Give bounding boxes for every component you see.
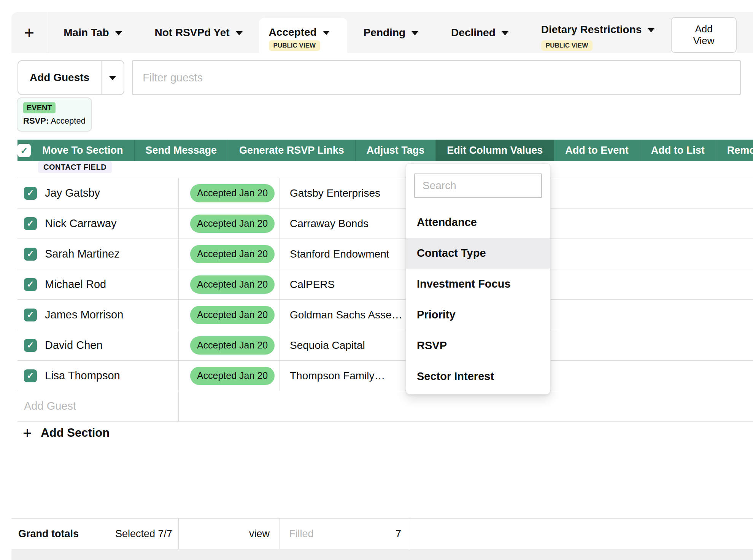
totals-company-cell[interactable]: Filled 7: [280, 519, 409, 549]
guest-rsvp-cell[interactable]: Accepted Jan 20: [179, 269, 280, 299]
rsvp-status-pill: Accepted Jan 20: [190, 367, 275, 385]
toolbar-send-message[interactable]: Send Message: [135, 140, 229, 161]
guest-rows: Jay Gatsby Accepted Jan 20 Gatsby Enterp…: [17, 178, 753, 391]
guest-name-cell[interactable]: James Morrison: [17, 300, 179, 330]
chevron-down-icon: [236, 31, 243, 35]
toolbar-generate-rsvp-links[interactable]: Generate RSVP Links: [228, 140, 356, 161]
guest-name-cell[interactable]: Jay Gatsby: [17, 178, 179, 208]
guest-company-cell[interactable]: CalPERS: [280, 269, 409, 299]
guest-company-cell[interactable]: Carraway Bonds: [280, 208, 409, 239]
guest-company-cell[interactable]: Sequoia Capital: [280, 330, 409, 360]
toolbar-add-to-list[interactable]: Add to List: [640, 140, 716, 161]
row-checkbox-checked-icon[interactable]: [24, 369, 37, 382]
guest-name: Nick Carraway: [45, 217, 117, 230]
guest-name-cell[interactable]: Nick Carraway: [17, 208, 179, 239]
guest-company-cell[interactable]: Thompson Family…: [280, 361, 409, 391]
toolbar-edit-column-values[interactable]: Edit Column Values: [436, 140, 554, 161]
toolbar-add-to-event[interactable]: Add to Event: [554, 140, 640, 161]
totals-status-cell[interactable]: view: [179, 519, 280, 549]
guest-name: James Morrison: [45, 309, 123, 321]
row-checkbox-checked-icon[interactable]: [24, 187, 37, 200]
guest-rsvp-cell[interactable]: Accepted Jan 20: [179, 361, 280, 391]
tab-pending[interactable]: Pending: [347, 12, 435, 53]
checkbox-checked-icon: [17, 144, 31, 157]
plus-icon: +: [24, 22, 34, 43]
toolbar-remove[interactable]: Remove: [716, 140, 753, 161]
row-checkbox-checked-icon[interactable]: [24, 248, 37, 261]
tab-label: Declined: [451, 27, 496, 39]
bulk-action-toolbar: Move To SectionSend MessageGenerate RSVP…: [17, 140, 753, 161]
filter-chip-value: Accepted: [49, 116, 86, 126]
guest-row: David Chen Accepted Jan 20 Sequoia Capit…: [17, 330, 753, 361]
guest-name-cell[interactable]: Lisa Thompson: [17, 361, 179, 391]
filter-guests-input[interactable]: [132, 60, 741, 95]
guest-name: Michael Rod: [45, 278, 106, 291]
rsvp-status-pill: Accepted Jan 20: [190, 336, 275, 355]
column-option-investment-focus[interactable]: Investment Focus: [406, 269, 550, 299]
filled-value: 7: [396, 528, 401, 540]
add-view-section: Add View: [671, 17, 737, 53]
filter-chip-text: RSVP: Accepted: [23, 116, 86, 126]
tab-declined[interactable]: Declined: [435, 12, 525, 53]
column-option-priority[interactable]: Priority: [406, 299, 550, 330]
tab-label: Main Tab: [64, 27, 109, 39]
contact-field-badge: CONTACT FIELD: [38, 161, 112, 173]
guest-rsvp-cell[interactable]: Accepted Jan 20: [179, 208, 280, 239]
column-options-list: AttendanceContact TypeInvestment FocusPr…: [406, 207, 550, 392]
row-checkbox-checked-icon[interactable]: [24, 339, 37, 352]
event-badge: EVENT: [23, 102, 56, 113]
add-guests-button[interactable]: Add Guests: [17, 60, 124, 95]
view-label: view: [249, 528, 270, 540]
column-search-input[interactable]: [414, 173, 542, 198]
guest-name-cell[interactable]: Michael Rod: [17, 269, 179, 299]
column-option-attendance[interactable]: Attendance: [406, 207, 550, 238]
guest-company-cell[interactable]: Gatsby Enterprises: [280, 178, 409, 208]
rsvp-status-pill: Accepted Jan 20: [190, 245, 275, 263]
select-all-checkbox[interactable]: [17, 140, 31, 161]
column-option-rsvp[interactable]: RSVP: [406, 330, 550, 361]
guest-row: Michael Rod Accepted Jan 20 CalPERS: [17, 269, 753, 300]
selected-count: Selected 7/7: [115, 528, 172, 540]
guest-name: Jay Gatsby: [45, 187, 100, 199]
row-checkbox-checked-icon[interactable]: [24, 278, 37, 291]
guest-company-cell[interactable]: Goldman Sachs Asse…: [280, 300, 409, 330]
add-guests-dropdown-toggle[interactable]: [101, 61, 124, 94]
tab-label: Accepted: [269, 26, 317, 38]
add-view-button[interactable]: Add View: [671, 17, 737, 53]
totals-empty-cell: [409, 519, 753, 549]
chevron-down-icon: [648, 28, 655, 32]
rsvp-status-pill: Accepted Jan 20: [190, 215, 275, 233]
column-option-sector-interest[interactable]: Sector Interest: [406, 361, 550, 392]
tab-dietary-restrictions[interactable]: Dietary Restrictions PUBLIC VIEW: [525, 12, 671, 53]
guest-controls: Add Guests: [17, 60, 741, 95]
row-checkbox-checked-icon[interactable]: [24, 217, 37, 230]
tab-accepted[interactable]: Accepted PUBLIC VIEW: [259, 18, 347, 53]
add-guest-input[interactable]: Add Guest: [17, 391, 179, 421]
rsvp-status-pill: Accepted Jan 20: [190, 184, 275, 202]
row-checkbox-checked-icon[interactable]: [24, 309, 37, 321]
grand-totals-label: Grand totals: [18, 528, 79, 540]
guest-rsvp-cell[interactable]: Accepted Jan 20: [179, 178, 280, 208]
toolbar-move-to-section[interactable]: Move To Section: [31, 140, 135, 161]
guest-row: Nick Carraway Accepted Jan 20 Carraway B…: [17, 208, 753, 239]
tab-label: Dietary Restrictions: [541, 24, 642, 36]
chevron-down-icon: [411, 31, 418, 35]
guest-name-cell[interactable]: David Chen: [17, 330, 179, 360]
tab-main-tab[interactable]: Main Tab: [47, 12, 138, 53]
tab-label: Pending: [364, 27, 405, 39]
column-option-contact-type[interactable]: Contact Type: [406, 238, 550, 269]
tab-not-rsvpd-yet[interactable]: Not RSVPd Yet: [138, 12, 259, 53]
toolbar-adjust-tags[interactable]: Adjust Tags: [356, 140, 436, 161]
guest-rsvp-cell[interactable]: Accepted Jan 20: [179, 239, 280, 269]
rsvp-filter-chip[interactable]: EVENT RSVP: Accepted: [17, 97, 92, 132]
guest-rsvp-cell[interactable]: Accepted Jan 20: [179, 330, 280, 360]
add-tab-button[interactable]: +: [11, 12, 47, 53]
guest-name-cell[interactable]: Sarah Martinez: [17, 239, 179, 269]
guest-name: Lisa Thompson: [45, 369, 120, 382]
guest-rsvp-cell[interactable]: Accepted Jan 20: [179, 300, 280, 330]
add-section-button[interactable]: + Add Section: [23, 425, 110, 441]
add-guest-row: Add Guest: [17, 391, 753, 422]
rsvp-status-pill: Accepted Jan 20: [190, 275, 275, 294]
tab-bar: + Main Tab Not RSVPd Yet Accepted PUBLIC…: [11, 12, 753, 53]
guest-company-cell[interactable]: Stanford Endowment: [280, 239, 409, 269]
